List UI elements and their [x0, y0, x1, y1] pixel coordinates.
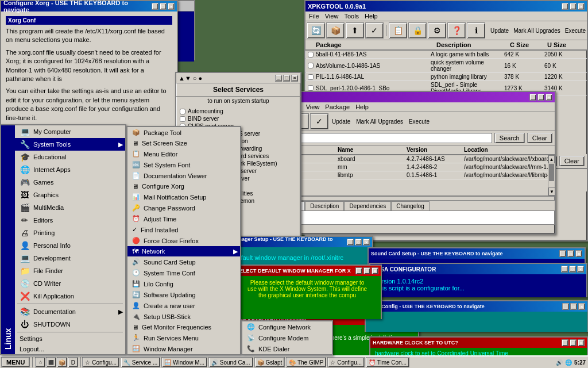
xpkg-close[interactable]: ×: [578, 3, 585, 10]
gslapt-search-btn[interactable]: Search: [494, 133, 525, 143]
service-min[interactable]: _: [275, 75, 282, 82]
start-item-docs[interactable]: 📚 Documentation ▶: [15, 305, 125, 318]
gslapt-execute-btn[interactable]: ✓: [310, 113, 328, 129]
taskbar-item-6[interactable]: ☆ Configu...: [327, 357, 365, 367]
taskbar-item-2[interactable]: 🪟 Window M...: [161, 357, 207, 367]
service-cb-bind[interactable]: [180, 116, 185, 122]
submenu-package-tool[interactable]: 📦 Package Tool: [127, 127, 240, 138]
start-item-educational[interactable]: 🎓 Educational: [15, 151, 125, 163]
start-item-printing[interactable]: 🖨 Printing: [15, 227, 125, 239]
taskbar-doh-btn[interactable]: D: [68, 357, 78, 367]
start-item-settings[interactable]: Settings: [15, 334, 125, 344]
xpkg-min[interactable]: _: [562, 3, 568, 10]
submenu-screen-size[interactable]: 🖥 Set Screen Size: [127, 138, 240, 148]
submenu-update[interactable]: 🔄 Software Updating: [127, 289, 240, 300]
xpkg-mark-btn[interactable]: ⬆: [346, 22, 364, 39]
submenu-force-close[interactable]: 🔴 Force Close Firefox: [127, 235, 240, 246]
wm-max[interactable]: ○: [355, 239, 362, 246]
taskbar-pkg-btn[interactable]: 📦: [57, 357, 67, 367]
submenu-font[interactable]: 🔤 Set System Font: [127, 159, 240, 170]
submenu-wm[interactable]: 🪟 Window Manager: [127, 343, 240, 354]
xpkg-execute-btn[interactable]: ✓: [365, 22, 384, 39]
pkg-row-2[interactable]: PIL-1.1.6-i486-1AL python imaging librar…: [305, 73, 587, 81]
submenu-monitor[interactable]: 🖥 Get Monitor Frequencies: [127, 322, 240, 332]
xorg-minimize-btn[interactable]: _: [152, 3, 158, 10]
xpkg-menu-tools[interactable]: Tools: [342, 12, 361, 20]
gslapt-scroll-up[interactable]: ▲: [548, 155, 555, 163]
service-item-bind[interactable]: BIND server: [179, 115, 298, 122]
submenu-passwd[interactable]: 🔑 Change Password: [127, 202, 240, 213]
gslapt-menu-pkg[interactable]: Package: [323, 103, 352, 111]
wmselect-max[interactable]: ○: [363, 267, 370, 274]
wm-close[interactable]: ×: [363, 239, 370, 246]
alsa-min[interactable]: _: [561, 266, 568, 273]
submenu-usb[interactable]: 🔌 Setup USB-Stick: [127, 311, 240, 322]
start-item-personal[interactable]: 👤 Personal Info: [15, 239, 125, 252]
submenu-sound-card[interactable]: 🔊 Sound Card Setup: [127, 256, 240, 267]
submenu-configure-modem[interactable]: 📡 Configure Modem: [242, 332, 332, 343]
pkg-cb-0[interactable]: [308, 52, 314, 57]
gslapt-hscroll-bar[interactable]: [270, 196, 555, 201]
start-item-logout[interactable]: Logout...: [15, 344, 125, 354]
gslapt-tab-desc[interactable]: Description: [305, 201, 344, 210]
submenu-menu-editor[interactable]: 📋 Menu Editor: [127, 148, 240, 159]
gslapt-menu-help[interactable]: Help: [353, 103, 371, 111]
hw-max[interactable]: ○: [570, 339, 577, 346]
sound-min[interactable]: _: [559, 250, 566, 257]
submenu-network[interactable]: 🗺 Network ▶: [127, 246, 240, 256]
start-item-mycomputer[interactable]: 💻 My Computer: [15, 125, 125, 138]
alsa-max[interactable]: ○: [569, 266, 576, 273]
service-max[interactable]: □: [283, 75, 290, 82]
xpkg-menu-help[interactable]: Help: [362, 12, 380, 20]
gslapt-min[interactable]: _: [529, 94, 536, 101]
taskbar-term-btn[interactable]: ⬛: [46, 357, 56, 367]
submenu-newuser[interactable]: 👤 Create a new user: [127, 300, 240, 311]
service-item-automounting[interactable]: Automounting: [179, 108, 298, 115]
wmselect-close[interactable]: ×: [372, 267, 378, 274]
hw-close[interactable]: ×: [578, 339, 585, 346]
xorg-maximize-btn[interactable]: □: [160, 3, 167, 10]
start-item-development[interactable]: 💻 Development: [15, 252, 125, 264]
submenu-kde-dialer[interactable]: 📞 KDE Dialer: [242, 343, 332, 354]
gslapt-scroll-down[interactable]: ▼: [548, 187, 555, 195]
time-max[interactable]: ○: [570, 303, 577, 310]
sound-max[interactable]: ○: [567, 250, 574, 257]
taskbar-item-1[interactable]: 🔧 Service ...: [121, 357, 160, 367]
time-min[interactable]: _: [562, 303, 569, 310]
gslapt-tab-changelog[interactable]: Changelog: [391, 201, 429, 210]
wmselect-min[interactable]: _: [355, 267, 362, 274]
gslapt-menu-view[interactable]: View: [304, 103, 322, 111]
gslapt-clear-btn[interactable]: Clear: [527, 133, 552, 143]
pkg-row-0[interactable]: 5ball-0.41-i486-1AS A logic game with ba…: [305, 51, 587, 59]
submenu-find[interactable]: ✓ Find Installed: [127, 224, 240, 235]
gslapt-row-0[interactable]: xboard 4.2.7-i486-1AS /var/log/mount/sla…: [270, 155, 555, 163]
start-item-cdwriter[interactable]: 💿 CD Writer: [15, 277, 125, 290]
gslapt-scroll-thumb[interactable]: [549, 164, 554, 181]
submenu-sysconf[interactable]: 🕐 System Time Conf: [127, 267, 240, 278]
xpkg-menu-view[interactable]: View: [323, 12, 341, 20]
xpkg-lock-btn[interactable]: 🔒: [408, 22, 427, 39]
submenu-doc-viewer[interactable]: 📄 Documentation Viewer: [127, 170, 240, 181]
wm-min[interactable]: _: [347, 239, 354, 246]
start-item-internet[interactable]: 🌐 Internet Apps: [15, 163, 125, 176]
pkg-cb-1[interactable]: [308, 63, 314, 68]
xorg-close-btn[interactable]: ×: [168, 3, 175, 10]
taskbar-item-5[interactable]: 🎨 The GIMP: [286, 357, 326, 367]
submenu-lilo[interactable]: 💾 Lilo Config: [127, 278, 240, 289]
gslapt-search-input[interactable]: [272, 133, 492, 143]
time-close[interactable]: ×: [578, 303, 585, 310]
taskbar-star-btn[interactable]: ☆: [35, 357, 45, 367]
xpkg-pkg-btn[interactable]: 📋: [389, 22, 407, 39]
start-item-editors[interactable]: ✏ Editors: [15, 214, 125, 227]
xpkg-help-btn[interactable]: ❓: [447, 22, 466, 39]
xpkg-max[interactable]: ○: [570, 3, 577, 10]
gslapt-max[interactable]: ○: [537, 94, 544, 101]
submenu-xorg[interactable]: 🖥 Configure Xorg: [127, 181, 240, 191]
hw-min[interactable]: _: [562, 339, 568, 346]
start-item-filefinder[interactable]: 📁 File Finder: [15, 264, 125, 277]
xpkg-menu-file[interactable]: File: [307, 12, 322, 20]
pkg-cb-3[interactable]: [308, 85, 314, 91]
start-item-graphics[interactable]: 🖼 Graphics: [15, 189, 125, 201]
xpkg-prefs-btn[interactable]: ⚙: [428, 22, 446, 39]
pkg-row-1[interactable]: AbsVolume-1.0-i486-1AS quick system volu…: [305, 59, 587, 73]
